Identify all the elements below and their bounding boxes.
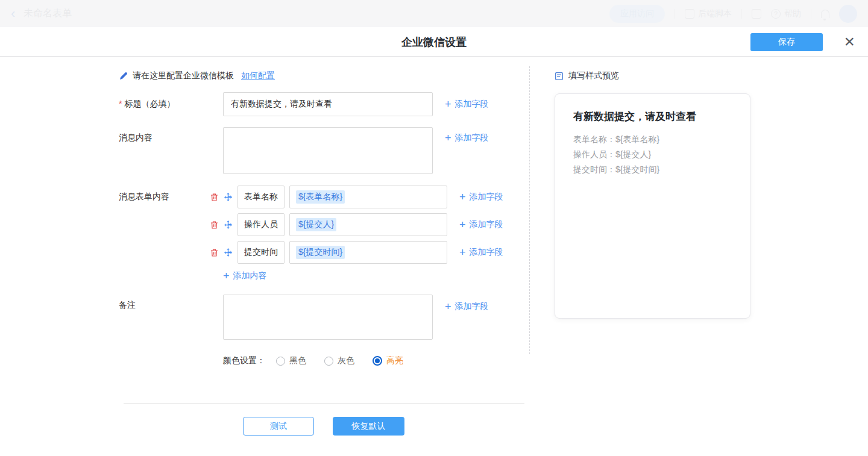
divider (811, 9, 811, 19)
add-content-link[interactable]: + 添加内容 (223, 270, 529, 281)
message-content-textarea[interactable] (223, 127, 433, 174)
add-field-link-row-3[interactable]: + 添加字段 (459, 247, 503, 258)
preview-card: 有新数据提交，请及时查看 表单名称：${表单名称} 操作人员：${提交人} 提交… (555, 93, 750, 319)
add-field-link-row-1[interactable]: + 添加字段 (459, 192, 503, 202)
row-name-input[interactable] (237, 186, 285, 208)
title-input[interactable] (223, 92, 433, 116)
radio-icon (276, 357, 285, 366)
form-content-label: 消息表单内容 (119, 192, 210, 202)
row-name-input[interactable] (237, 213, 285, 236)
document-icon (555, 72, 564, 81)
divider (675, 9, 675, 19)
radio-selected-icon (373, 356, 382, 366)
trash-icon[interactable] (210, 193, 219, 202)
wechat-settings-modal: 企业微信设置 保存 × 请在这里配置企业微信模板 如何配置 *标题（必填） (0, 27, 868, 456)
modal-body: 请在这里配置企业微信模板 如何配置 *标题（必填） + 添加字段 消息内容 (0, 57, 868, 455)
save-button[interactable]: 保存 (750, 33, 823, 51)
message-content-row: 消息内容 + 添加字段 (119, 127, 529, 174)
avatar[interactable] (839, 5, 857, 23)
question-icon: ? (771, 9, 781, 19)
remark-label: 备注 (119, 295, 223, 311)
radio-option-black[interactable]: 黑色 (276, 355, 306, 366)
pencil-icon (119, 72, 128, 81)
trash-icon[interactable] (210, 248, 219, 257)
variable-token: ${提交人} (296, 218, 336, 231)
preview-line: 表单名称：${表单名称} (573, 132, 732, 147)
modal-title: 企业微信设置 (0, 35, 868, 49)
form-content-block: 消息表单内容 ${表单名称} + 添加字段 (119, 186, 529, 264)
row-value-input[interactable]: ${表单名称} (289, 186, 447, 208)
code-icon (685, 9, 694, 19)
add-field-link-remark[interactable]: + 添加字段 (445, 295, 489, 312)
radio-option-gray[interactable]: 灰色 (324, 355, 354, 366)
color-setting-label: 颜色设置： (223, 355, 265, 366)
add-field-link-title[interactable]: + 添加字段 (445, 92, 489, 110)
restore-default-button[interactable]: 恢复默认 (333, 417, 404, 436)
divider (741, 9, 742, 19)
row-value-input[interactable]: ${提交人} (289, 213, 447, 236)
row-value-input[interactable]: ${提交时间} (289, 241, 447, 264)
radio-option-highlight[interactable]: 高亮 (373, 355, 403, 366)
dashed-divider (529, 66, 530, 354)
radio-icon (324, 357, 333, 366)
move-icon[interactable] (224, 248, 233, 257)
backend-script-button[interactable]: 后端脚本 (685, 8, 732, 19)
panel-icon[interactable] (752, 9, 761, 19)
move-icon[interactable] (224, 193, 233, 202)
color-setting-row: 颜色设置： 黑色 灰色 高亮 (223, 355, 529, 366)
plus-icon: + (459, 220, 466, 229)
config-note: 请在这里配置企业微信模板 如何配置 (119, 70, 529, 81)
section-divider (124, 403, 524, 404)
close-icon[interactable]: × (844, 30, 855, 53)
title-field-row: *标题（必填） + 添加字段 (119, 92, 529, 116)
preview-card-title: 有新数据提交，请及时查看 (573, 110, 732, 123)
form-content-row-3: ${提交时间} + 添加字段 (119, 241, 529, 264)
topbar: ‹ 未命名表单 应用访问 后端脚本 ? 帮助 (0, 0, 868, 27)
modal-header: 企业微信设置 保存 × (0, 27, 868, 57)
how-to-configure-link[interactable]: 如何配置 (241, 70, 275, 81)
remark-textarea[interactable] (223, 295, 433, 340)
config-form: 请在这里配置企业微信模板 如何配置 *标题（必填） + 添加字段 消息内容 (119, 57, 529, 436)
remark-row: 备注 + 添加字段 (119, 295, 529, 340)
plus-icon: + (459, 248, 466, 257)
move-icon[interactable] (224, 220, 233, 230)
app-access-button[interactable]: 应用访问 (609, 5, 665, 23)
form-content-row-2: ${提交人} + 添加字段 (119, 213, 529, 236)
preview-header-label: 填写样式预览 (568, 70, 619, 81)
plus-icon: + (223, 272, 230, 280)
back-chevron-icon[interactable]: ‹ (11, 7, 15, 20)
config-note-text: 请在这里配置企业微信模板 (133, 70, 234, 81)
plus-icon: + (445, 302, 451, 311)
preview-line: 提交时间：${提交时间} (573, 162, 732, 177)
variable-token: ${提交时间} (296, 246, 345, 259)
title-field-label: 标题（必填） (124, 99, 175, 108)
test-button[interactable]: 测试 (243, 417, 314, 436)
preview-panel: 填写样式预览 有新数据提交，请及时查看 表单名称：${表单名称} 操作人员：${… (555, 57, 750, 319)
form-content-row-1: 消息表单内容 ${表单名称} + 添加字段 (119, 186, 529, 208)
preview-line: 操作人员：${提交人} (573, 147, 732, 162)
variable-token: ${表单名称} (296, 190, 345, 204)
required-asterisk: * (119, 99, 122, 108)
trash-icon[interactable] (210, 220, 219, 230)
row-name-input[interactable] (237, 241, 285, 264)
help-button[interactable]: ? 帮助 (771, 8, 801, 19)
add-field-link-row-2[interactable]: + 添加字段 (459, 219, 503, 230)
form-name-title: 未命名表单 (24, 7, 72, 20)
plus-icon: + (445, 134, 451, 142)
message-content-label: 消息内容 (119, 127, 223, 143)
plus-icon: + (459, 193, 466, 201)
plus-icon: + (445, 100, 451, 108)
bell-icon[interactable] (821, 10, 829, 18)
add-field-link-message[interactable]: + 添加字段 (445, 127, 489, 143)
